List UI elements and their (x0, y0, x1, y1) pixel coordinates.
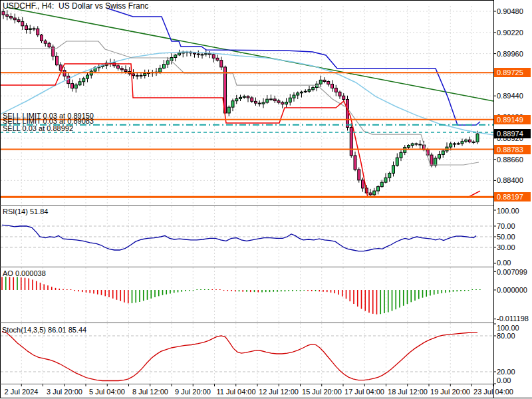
stoch-panel (1, 332, 493, 381)
candle (231, 98, 234, 111)
candle (461, 138, 464, 146)
candle (472, 140, 475, 144)
ao-axis-label: 0.007099 (497, 268, 527, 276)
chart-canvas[interactable] (0, 0, 532, 399)
candle (37, 26, 39, 37)
candle (13, 14, 16, 24)
candle (63, 67, 66, 80)
candle (319, 76, 322, 87)
candle (144, 70, 146, 78)
candle (258, 100, 261, 106)
price-axis-label: 0.90220 (497, 29, 523, 37)
candle (338, 90, 341, 98)
candle (163, 60, 166, 69)
level-price-badge: 0.88197 (494, 192, 531, 201)
rsi-axis-label: 50.00 (497, 233, 515, 241)
candle (297, 91, 299, 99)
candle (227, 106, 230, 116)
candle (209, 51, 211, 58)
candle (358, 168, 360, 183)
level-price-badge: 0.88783 (494, 145, 531, 154)
candle (21, 17, 24, 30)
candle (10, 13, 13, 20)
candle (48, 42, 51, 49)
candle (408, 144, 410, 149)
trendline-line (7, 7, 493, 101)
candle (78, 78, 81, 86)
ao-axis-label: 0.000000 (497, 286, 527, 294)
candle (243, 94, 245, 98)
price-axis-label: 0.88400 (497, 176, 523, 184)
ao-panel (2, 277, 480, 315)
candle (105, 61, 108, 69)
candle (350, 123, 352, 158)
candle (327, 80, 330, 86)
level-lines[interactable] (0, 72, 493, 197)
candle (373, 188, 376, 197)
rsi-panel (1, 225, 493, 251)
candle (277, 99, 280, 104)
candle (128, 67, 131, 76)
price-axis-label: 0.88660 (497, 156, 523, 164)
order-label-sell-0.88992[interactable]: SELL 0.03 at 0.88992 (3, 124, 73, 132)
candle (469, 137, 471, 144)
price-axis-label: 0.90480 (497, 7, 523, 15)
candle (273, 96, 276, 103)
candle (17, 17, 20, 23)
current-price-badge: 0.88974 (494, 129, 531, 138)
rsi-axis-label: 70.00 (497, 222, 515, 230)
main-chart-plot[interactable] (0, 7, 493, 198)
rsi-axis-label: 30.00 (497, 243, 515, 251)
candle (331, 80, 334, 91)
price-gridlines (1, 11, 493, 180)
candle (82, 77, 85, 86)
candle (434, 156, 437, 167)
stoch-axis-label: 20.00 (497, 368, 515, 376)
candle (212, 53, 215, 63)
stoch-indicator-label: Stoch(14,3,5) 86.01 85.44 (2, 326, 86, 334)
ao-indicator-label: AO 0.000038 (3, 269, 46, 277)
candle (52, 45, 55, 61)
candle (415, 142, 418, 146)
candle (41, 34, 43, 43)
time-axis[interactable]: 2 Jul 20243 Jul 20:005 Jul 04:008 Jul 12… (0, 384, 532, 399)
candle (266, 95, 269, 104)
candle (377, 185, 380, 194)
candle (281, 101, 284, 108)
candle (71, 80, 74, 92)
stoch-axis-label: 80.00 (497, 332, 515, 340)
candle (392, 162, 395, 177)
time-axis-label: 23 Jul 04:00 (467, 388, 520, 396)
candle (247, 95, 249, 102)
candle (362, 178, 364, 192)
panel-frames (0, 0, 532, 398)
trading-chart-window: USDCHF., H4: US Dollar vs Swiss Franc SE… (0, 0, 532, 399)
candle (404, 145, 406, 155)
ao-axis-label: -0.011198 (497, 315, 529, 323)
candle (255, 98, 257, 106)
stoch-axis-label: 100.00 (497, 324, 519, 332)
candle (308, 86, 311, 93)
candle (220, 57, 223, 70)
candle (270, 94, 273, 100)
candle (6, 10, 9, 20)
candle (74, 83, 77, 93)
candle (86, 72, 89, 82)
candle (438, 151, 441, 160)
candle (446, 142, 448, 153)
candle (465, 138, 467, 143)
stoch-axis-label: 0.00 (497, 376, 511, 384)
candle (457, 142, 460, 145)
candle (285, 98, 288, 107)
rsi-axis-label: 100.00 (497, 207, 519, 215)
candle (251, 96, 253, 102)
candle (117, 64, 120, 70)
candle (384, 173, 387, 183)
candle (178, 50, 181, 57)
candle (334, 85, 337, 96)
candle (174, 54, 177, 61)
rsi-axis-label: 0.00 (497, 259, 511, 267)
vertical-gridlines (21, 6, 471, 384)
candle (354, 152, 356, 171)
candle (216, 55, 219, 61)
